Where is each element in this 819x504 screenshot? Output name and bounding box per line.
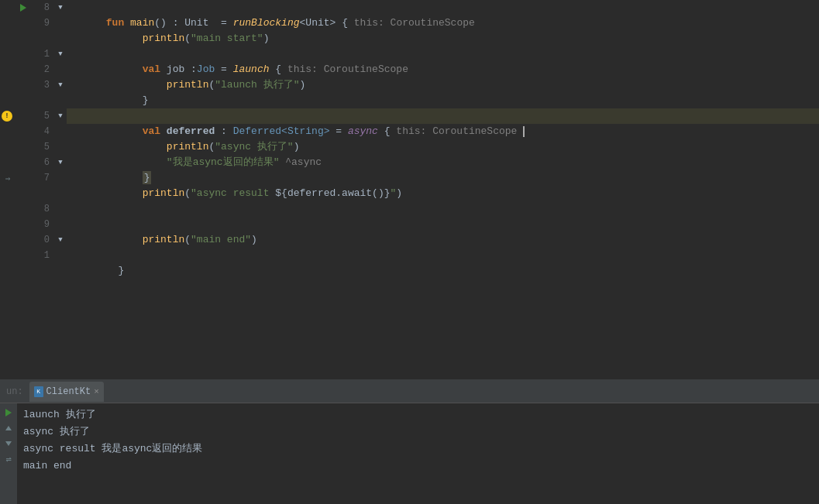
code-line-blank3 bbox=[67, 186, 819, 201]
code-line-19: println("async result ${deferred.await()… bbox=[67, 170, 819, 186]
output-line-4: main end bbox=[23, 458, 813, 475]
fold-deferred-close[interactable]: ▼ bbox=[54, 155, 67, 170]
run-main-button[interactable] bbox=[20, 4, 26, 12]
wrap-button[interactable]: ⇌ bbox=[2, 453, 15, 465]
step-over-icon[interactable]: ⇒ bbox=[5, 173, 11, 183]
code-editor[interactable]: fun main() : Unit = runBlocking<Unit> { … bbox=[67, 0, 819, 379]
run-panel-tab[interactable]: K ClientKt × bbox=[29, 382, 104, 402]
line-numbers: 8 9 1 2 3 5 4 5 6 7 8 9 0 1 bbox=[31, 0, 54, 379]
code-line-blank4 bbox=[67, 201, 819, 217]
fold-main-close[interactable]: ▼ bbox=[54, 232, 67, 248]
run-toolbar: ⇌ bbox=[0, 403, 17, 504]
fold-main[interactable]: ▼ bbox=[54, 0, 67, 15]
output-line-1: launch 执行了 bbox=[23, 406, 813, 423]
run-gutter: ! ⇒ bbox=[0, 0, 15, 379]
code-line-blank5 bbox=[67, 232, 819, 248]
run-panel-header: un: K ClientKt × bbox=[0, 380, 819, 403]
arrow-down-button[interactable] bbox=[2, 437, 15, 450]
code-line-11: val job :Job = launch { this: CoroutineS… bbox=[67, 46, 819, 62]
code-line-15: val deferred : Deferred<String> = async … bbox=[67, 108, 819, 124]
code-line-blank6 bbox=[67, 263, 819, 279]
code-line-blank1 bbox=[67, 31, 819, 46]
run-buttons-gutter bbox=[15, 0, 31, 379]
code-line-8: fun main() : Unit = runBlocking<Unit> { … bbox=[67, 0, 819, 15]
code-line-16: println("async 执行了") bbox=[67, 124, 819, 139]
fold-gutter: ▼ ▼ ▼ ▼ ▼ ▼ bbox=[54, 0, 67, 379]
code-line-18: } bbox=[67, 155, 819, 170]
code-line-17: "我是async返回的结果" ^async bbox=[67, 139, 819, 155]
editor-panel: ! ⇒ bbox=[0, 0, 819, 379]
arrow-up-button[interactable] bbox=[2, 422, 15, 434]
code-line-22: println("main end") bbox=[67, 217, 819, 232]
output-line-2: async 执行了 bbox=[23, 423, 813, 441]
fold-job-close[interactable]: ▼ bbox=[54, 77, 67, 93]
run-panel: un: K ClientKt × ⇌ launch 执行了 async 执行了 … bbox=[0, 380, 819, 504]
file-icon: K bbox=[34, 386, 43, 397]
run-label: un: bbox=[6, 386, 23, 397]
code-line-24: } bbox=[67, 248, 819, 263]
run-button[interactable] bbox=[2, 406, 15, 419]
code-line-9: println("main start") bbox=[67, 15, 819, 31]
fold-deferred[interactable]: ▼ bbox=[54, 108, 67, 124]
output-line-3: async result 我是async返回的结果 bbox=[23, 441, 813, 458]
tab-close-button[interactable]: × bbox=[94, 387, 99, 396]
run-panel-body: ⇌ launch 执行了 async 执行了 async result 我是as… bbox=[0, 403, 819, 504]
run-output: launch 执行了 async 执行了 async result 我是asyn… bbox=[17, 403, 819, 504]
code-line-12: println("launch 执行了") bbox=[67, 62, 819, 77]
tab-name: ClientKt bbox=[46, 386, 91, 397]
code-line-13: } bbox=[67, 77, 819, 93]
hint-icon[interactable]: ! bbox=[2, 111, 12, 122]
code-line-blank2 bbox=[67, 93, 819, 108]
fold-job[interactable]: ▼ bbox=[54, 46, 67, 62]
